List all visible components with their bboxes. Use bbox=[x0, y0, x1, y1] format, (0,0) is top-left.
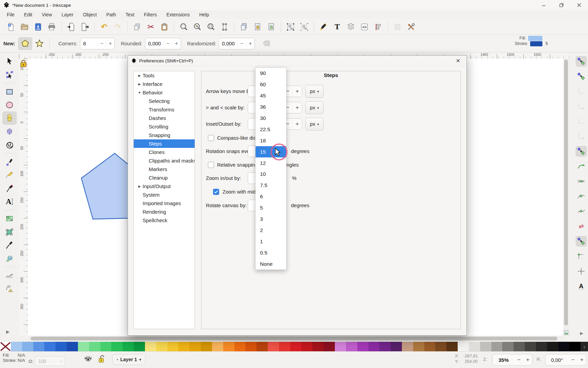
palette-swatch[interactable] bbox=[167, 342, 179, 351]
corners-increment-button[interactable]: + bbox=[106, 41, 114, 47]
tree-item-cleanup[interactable]: Cleanup bbox=[134, 173, 195, 182]
palette-swatch[interactable] bbox=[245, 342, 257, 351]
palette-swatch[interactable] bbox=[257, 342, 268, 351]
corners-value[interactable]: 8 bbox=[80, 41, 97, 46]
dropdown-option-none[interactable]: None bbox=[256, 258, 286, 270]
dropdown-option-2[interactable]: 2 bbox=[256, 225, 286, 236]
menu-item-layer[interactable]: Layer bbox=[57, 11, 78, 18]
horizontal-scrollbar-thumb[interactable] bbox=[31, 337, 557, 340]
text-tool[interactable]: A bbox=[2, 195, 17, 208]
palette-swatch[interactable] bbox=[279, 342, 290, 351]
compass-display-checkbox[interactable] bbox=[208, 135, 214, 141]
menu-item-file[interactable]: File bbox=[2, 11, 19, 18]
dropdown-option-10[interactable]: 10 bbox=[256, 169, 286, 180]
mesh-gradient-tool[interactable] bbox=[2, 225, 17, 239]
snap-text-baselines-button[interactable]: A bbox=[576, 281, 587, 291]
inset-outset-unit-dropdown[interactable]: px▾ bbox=[305, 118, 324, 131]
tree-item-behavior[interactable]: ▼Behavior bbox=[134, 88, 195, 97]
palette-swatch[interactable] bbox=[11, 342, 22, 351]
duplicate-button[interactable] bbox=[237, 20, 251, 33]
tweak-tool[interactable] bbox=[2, 269, 17, 282]
tree-item-tools[interactable]: ▶Tools bbox=[134, 71, 195, 80]
tree-item-rendering[interactable]: Rendering bbox=[134, 208, 195, 216]
dropdown-option-60[interactable]: 60 bbox=[256, 79, 286, 90]
pentagon-mode-button[interactable] bbox=[18, 37, 32, 50]
dropdown-option-30[interactable]: 30 bbox=[256, 113, 286, 124]
arrow-keys-increment-button[interactable]: + bbox=[292, 86, 302, 97]
expander-collapsed-icon[interactable]: ▶ bbox=[136, 74, 143, 77]
star-mode-button[interactable] bbox=[32, 37, 47, 50]
zoom-selection-button[interactable] bbox=[177, 20, 191, 33]
new-document-button[interactable] bbox=[4, 20, 18, 33]
rectangle-tool[interactable] bbox=[2, 85, 17, 98]
snap-rotation-centers-button[interactable] bbox=[576, 266, 587, 276]
dropdown-option-1[interactable]: 1 bbox=[256, 236, 286, 247]
arrow-keys-unit-dropdown[interactable]: px▾ bbox=[305, 85, 324, 98]
rounded-value[interactable]: 0,000 bbox=[145, 41, 164, 46]
palette-swatch[interactable] bbox=[223, 342, 234, 351]
dropdown-option-36[interactable]: 36 bbox=[256, 102, 286, 113]
dropdown-option-5[interactable]: 5 bbox=[256, 202, 286, 214]
palette-scroll-button[interactable]: ‹ bbox=[581, 342, 588, 351]
tree-item-clones[interactable]: Clones bbox=[134, 148, 195, 156]
palette-swatch[interactable] bbox=[156, 342, 167, 351]
inset-outset-increment-button[interactable]: + bbox=[292, 119, 302, 129]
menu-item-filters[interactable]: Filters bbox=[139, 11, 162, 18]
snap-object-centers-button[interactable] bbox=[576, 251, 587, 261]
snap-bbox-centers-button[interactable] bbox=[576, 131, 587, 141]
scale-by-unit-dropdown[interactable]: px▾ bbox=[305, 101, 324, 114]
palette-swatch[interactable] bbox=[67, 342, 78, 351]
vertical-scrollbar-thumb[interactable] bbox=[564, 60, 568, 325]
palette-swatch[interactable] bbox=[290, 342, 301, 351]
reset-defaults-button[interactable] bbox=[260, 37, 273, 50]
palette-swatch[interactable] bbox=[469, 342, 480, 351]
ruler-lock-icon[interactable] bbox=[20, 59, 27, 68]
menu-item-extensions[interactable]: Extensions bbox=[162, 11, 194, 18]
unlink-clone-button[interactable] bbox=[264, 20, 278, 33]
snap-nodes-button[interactable] bbox=[576, 146, 587, 156]
zoom-middle-checkbox[interactable] bbox=[213, 189, 219, 195]
rotation-value[interactable]: 0,00° bbox=[545, 357, 569, 363]
scale-by-increment-button[interactable]: + bbox=[292, 102, 302, 113]
copy-button[interactable] bbox=[130, 20, 144, 33]
dropdown-option-7.5[interactable]: 7.5 bbox=[256, 180, 286, 191]
expander-collapsed-icon[interactable]: ▶ bbox=[136, 82, 143, 86]
palette-swatch[interactable] bbox=[44, 342, 55, 351]
print-document-button[interactable] bbox=[45, 20, 59, 33]
palette-swatch[interactable] bbox=[402, 342, 413, 351]
randomized-value[interactable]: 0,000 bbox=[219, 41, 238, 46]
current-layer-dropdown[interactable]: • Layer 1 ▾ bbox=[112, 354, 146, 365]
snap-bounding-box-button[interactable] bbox=[576, 71, 587, 81]
snap-master-toggle-button[interactable] bbox=[576, 56, 587, 66]
palette-swatch[interactable] bbox=[234, 342, 246, 351]
zoom-spinner[interactable]: 35% − + bbox=[492, 354, 533, 366]
gradient-tool[interactable] bbox=[2, 212, 17, 225]
expander-expanded-icon[interactable]: ▼ bbox=[136, 91, 143, 94]
import-document-button[interactable] bbox=[64, 20, 78, 33]
opacity-increment-button[interactable]: + bbox=[57, 359, 65, 364]
spray-tool[interactable] bbox=[2, 282, 17, 295]
opacity-value[interactable]: 100 bbox=[35, 358, 50, 364]
randomized-spinner[interactable]: 0,000 − + bbox=[219, 38, 255, 49]
snapbar-expand-arrow[interactable]: ▶ bbox=[580, 331, 583, 336]
palette-swatch[interactable] bbox=[89, 342, 100, 351]
palette-swatch[interactable] bbox=[536, 342, 547, 351]
palette-swatch[interactable] bbox=[424, 342, 436, 351]
text-dialog-button[interactable]: T bbox=[330, 20, 344, 33]
cut-button[interactable]: ✂ bbox=[144, 20, 158, 33]
dropdown-option-6[interactable]: 6 bbox=[256, 191, 286, 202]
fill-color-swatch[interactable] bbox=[528, 36, 542, 41]
zoom-value[interactable]: 35% bbox=[493, 357, 514, 363]
palette-swatch[interactable] bbox=[324, 342, 335, 351]
rotation-increment-button[interactable]: + bbox=[577, 357, 586, 363]
tree-item-transforms[interactable]: Transforms bbox=[134, 105, 195, 114]
palette-swatch[interactable] bbox=[190, 342, 201, 351]
dialog-titlebar[interactable]: Preferences (Shift+Ctrl+P) ✕ bbox=[128, 56, 467, 66]
palette-swatch[interactable] bbox=[33, 342, 45, 351]
dropdown-option-90[interactable]: 90 bbox=[256, 68, 286, 79]
spiral-tool[interactable] bbox=[2, 138, 17, 151]
layer-visibility-toggle[interactable] bbox=[84, 355, 93, 363]
redo-button[interactable]: ↷ bbox=[111, 20, 125, 33]
menu-item-object[interactable]: Object bbox=[78, 11, 101, 18]
calligraphy-tool[interactable] bbox=[2, 182, 17, 195]
